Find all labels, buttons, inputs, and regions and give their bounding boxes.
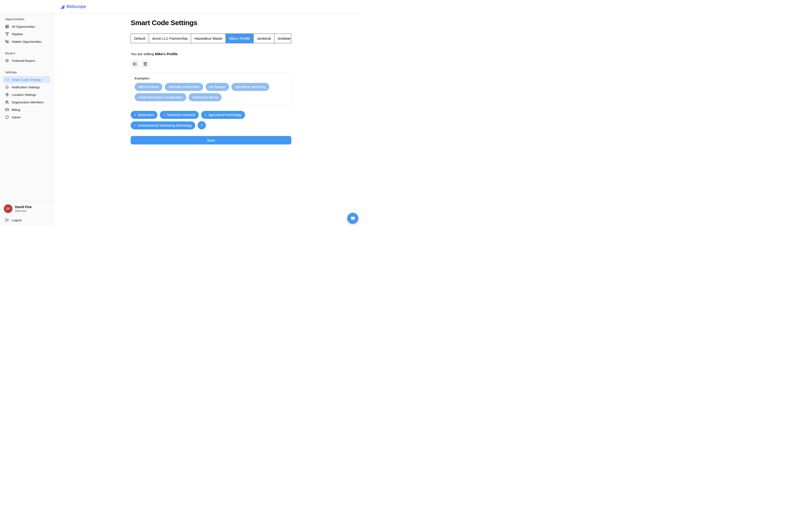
sidebar-item-label: Organization Members	[12, 101, 44, 104]
tab-mikes-profile[interactable]: Mike's Profile	[226, 34, 253, 43]
users-icon	[5, 100, 9, 104]
sidebar-item-location-settings[interactable]: Location Settings	[3, 91, 50, 98]
remove-code-icon[interactable]: ×	[134, 124, 136, 127]
funnel-icon	[5, 32, 9, 36]
chat-launcher-button[interactable]	[347, 213, 358, 224]
add-code-button[interactable]: +	[198, 121, 206, 129]
smart-code-pill-list: ×biosensors ×biosensor research ×agricul…	[131, 111, 276, 129]
logout-button[interactable]: Logout	[4, 218, 49, 222]
profile-tab-bar: Default Acme LLC Partnership Hazardous W…	[131, 34, 291, 43]
page-title: Smart Code Settings	[131, 19, 291, 27]
sidebar-item-label: Billing	[12, 108, 20, 111]
tab-acme-llc-partnership[interactable]: Acme LLC Partnership	[149, 34, 191, 43]
sidebar-item-billing[interactable]: Billing	[3, 106, 50, 113]
example-pill: sidewalk construction	[165, 83, 203, 91]
delete-profile-button[interactable]	[141, 60, 149, 68]
credit-card-icon	[5, 108, 9, 111]
trash-icon	[143, 62, 147, 66]
star-icon	[5, 59, 9, 63]
tab-janitorial[interactable]: Janitorial	[253, 34, 274, 43]
sidebar-item-admin[interactable]: Admin	[3, 114, 50, 121]
example-pill: residential project visualization	[135, 93, 186, 101]
save-button[interactable]: Save	[131, 136, 291, 144]
map-pin-icon	[5, 93, 9, 97]
sidebar-item-label: All Opportunities	[12, 25, 35, 28]
smart-code-label: environmental monitoring technology	[138, 124, 192, 127]
example-pill: motorcycle fairing	[189, 93, 222, 101]
text-cursor-input-icon	[133, 62, 137, 66]
rename-profile-button[interactable]	[131, 60, 139, 68]
sidebar-item-hidden-opportunities[interactable]: Hidden Opportunities	[3, 38, 50, 45]
remove-code-icon[interactable]: ×	[205, 113, 206, 116]
smart-code-pill[interactable]: ×agricultural technology	[201, 111, 245, 119]
eye-off-icon	[5, 40, 9, 43]
sidebar-section-settings: Settings	[3, 71, 50, 74]
smart-code-label: agricultural technology	[209, 113, 241, 117]
sidebar-item-label: Featured Buyers	[12, 59, 35, 63]
code-icon	[5, 78, 9, 81]
editing-prefix: You are editing	[131, 52, 155, 56]
tab-antidote[interactable]: Antidote	[274, 34, 291, 43]
example-pill: salesforce consulting	[231, 83, 269, 91]
sidebar-section-buyers: Buyers	[3, 52, 50, 55]
sidebar-item-all-opportunities[interactable]: All Opportunities	[3, 23, 50, 30]
sidebar-item-label: Location Settings	[12, 93, 36, 97]
sidebar-section-opportunities: Opportunities	[3, 18, 50, 21]
remove-code-icon[interactable]: ×	[134, 113, 136, 116]
logout-label: Logout	[12, 218, 22, 222]
smart-code-label: biosensors	[138, 113, 154, 117]
table-icon	[5, 25, 9, 28]
examples-card: Examples: office furniture sidewalk cons…	[131, 73, 291, 105]
editing-profile-name: Mike's Profile	[155, 52, 178, 56]
logo-text: Bidscope	[67, 4, 86, 9]
sidebar: Opportunities All Opportunities Pipeline…	[0, 13, 54, 226]
smart-code-pill[interactable]: ×environmental monitoring technology	[131, 122, 195, 129]
example-pill: car bumper	[206, 83, 229, 91]
triangle-logo-icon	[60, 4, 65, 9]
smart-code-pill[interactable]: ×biosensor research	[160, 111, 199, 119]
bidscope-logo[interactable]: Bidscope	[60, 4, 86, 9]
sidebar-item-label: Notification Settings	[12, 86, 40, 89]
sidebar-item-label: Pipeline	[12, 32, 23, 36]
sidebar-item-pipeline[interactable]: Pipeline	[3, 31, 50, 38]
top-header: Bidscope	[0, 0, 361, 13]
user-org: Bidscope	[15, 209, 32, 212]
smart-code-pill[interactable]: ×biosensors	[131, 111, 158, 119]
log-out-icon	[5, 218, 9, 222]
sidebar-item-label: Hidden Opportunities	[12, 40, 42, 43]
user-name: David Fine	[15, 205, 32, 209]
sidebar-item-smart-code-settings[interactable]: Smart Code Settings	[3, 76, 50, 83]
sidebar-item-featured-buyers[interactable]: Featured Buyers	[3, 57, 50, 64]
tab-hazardous-waste[interactable]: Hazardous Waste	[191, 34, 226, 43]
avatar: DF	[4, 204, 12, 213]
examples-pill-list: office furniture sidewalk construction c…	[135, 83, 287, 101]
tab-default[interactable]: Default	[131, 34, 149, 43]
profile-toolbar	[131, 60, 291, 68]
sidebar-item-notification-settings[interactable]: Notification Settings	[3, 83, 50, 91]
app-window: Bidscope Opportunities All Opportunities…	[0, 0, 361, 226]
sidebar-item-organization-members[interactable]: Organization Members	[3, 99, 50, 106]
sidebar-user-area: DF David Fine Bidscope Logout	[3, 201, 50, 223]
sidebar-item-label: Smart Code Settings	[12, 78, 41, 81]
editing-suffix: .	[178, 52, 178, 56]
editing-status-text: You are editing Mike's Profile.	[131, 52, 291, 56]
sidebar-item-label: Admin	[12, 115, 21, 119]
shield-icon	[5, 115, 9, 119]
main-content: Smart Code Settings Default Acme LLC Par…	[54, 13, 361, 226]
example-pill: office furniture	[135, 83, 162, 91]
plus-icon: +	[200, 123, 203, 128]
chat-bubble-icon	[350, 216, 356, 221]
smart-code-label: biosensor research	[167, 113, 195, 117]
remove-code-icon[interactable]: ×	[163, 113, 165, 116]
bell-icon	[5, 85, 9, 89]
user-card[interactable]: DF David Fine Bidscope	[4, 204, 49, 213]
examples-label: Examples:	[135, 76, 287, 80]
